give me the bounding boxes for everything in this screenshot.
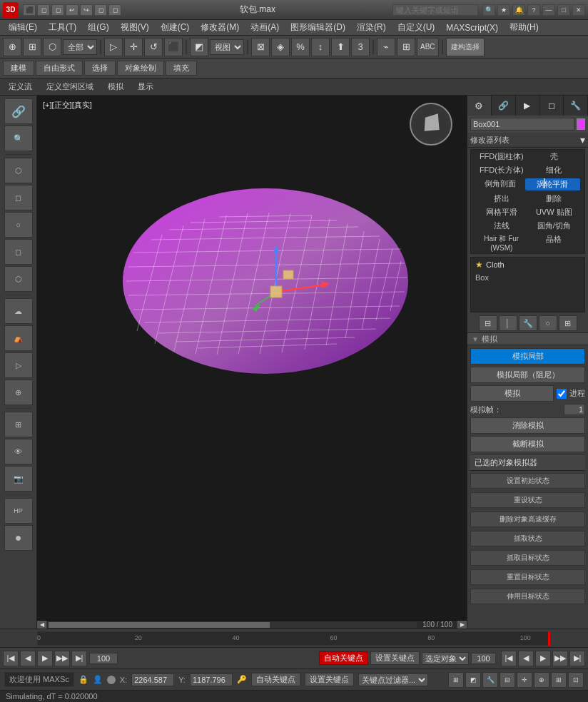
mod-icon-pin[interactable]: ⊟: [479, 315, 497, 331]
filter-select[interactable]: 关键点过滤器...: [358, 673, 428, 686]
auto-key-btn2[interactable]: 自动关键点: [251, 673, 300, 686]
nav-circle[interactable]: [410, 103, 452, 146]
tool-region[interactable]: ⬡: [43, 38, 61, 56]
scroll-right[interactable]: ▶: [457, 621, 467, 629]
frame-number-input[interactable]: [471, 653, 496, 664]
x-coord-input[interactable]: [131, 673, 174, 686]
ls-dot[interactable]: ●: [4, 525, 33, 551]
status-icon-3[interactable]: 🔧: [482, 672, 498, 688]
tool-percent[interactable]: %: [291, 38, 310, 56]
tab-freeform[interactable]: 自由形式: [36, 61, 83, 76]
status-icon-6[interactable]: ⊕: [534, 672, 549, 688]
tool-up[interactable]: ⬆: [331, 38, 350, 56]
menu-modifier[interactable]: 修改器(M): [195, 20, 245, 35]
star-icon[interactable]: ★: [497, 4, 510, 16]
panel-tab-motion[interactable]: ▶: [516, 96, 540, 116]
ls-hex[interactable]: ⬡: [4, 266, 33, 292]
panel-tab-modify[interactable]: ⚙: [467, 96, 492, 116]
tool-scale[interactable]: ⬛: [164, 38, 183, 56]
minimize-icon[interactable]: —: [542, 4, 555, 16]
tab-modeling[interactable]: 建模: [3, 61, 34, 76]
view-select[interactable]: 全部: [63, 39, 97, 55]
viewport-scrollbar[interactable]: ◀ 100 / 100 ▶: [37, 620, 467, 629]
nav-play2[interactable]: ▶: [535, 651, 551, 666]
ls-hp[interactable]: HP: [4, 498, 33, 524]
y-coord-input[interactable]: [190, 673, 233, 686]
sim-btn-local-damping[interactable]: 模拟局部（阻尼）: [470, 367, 585, 383]
pb-prev-key[interactable]: ◀: [20, 651, 36, 666]
playback-frame-input[interactable]: [89, 653, 118, 664]
sim-frames-input[interactable]: [564, 404, 585, 415]
tab-select[interactable]: 选择: [84, 61, 116, 76]
close-icon[interactable]: ✕: [572, 4, 585, 16]
menu-animation[interactable]: 动画(A): [245, 20, 285, 35]
tab-paint[interactable]: 对象绘制: [117, 61, 164, 76]
obj-btn-grab-target[interactable]: 抓取目标状态: [470, 550, 585, 566]
auto-key-btn[interactable]: 自动关键点: [319, 651, 368, 665]
ls-grid[interactable]: ⊞: [4, 412, 33, 437]
status-icon-8[interactable]: ⊡: [568, 672, 584, 688]
ls-link[interactable]: 🔗: [4, 98, 33, 124]
viewport-nav[interactable]: [410, 103, 452, 146]
title-btn-undo[interactable]: ↩: [66, 4, 78, 16]
mod-icon-grid[interactable]: ⊞: [559, 315, 577, 331]
sim-btn-cut[interactable]: 截断模拟: [470, 436, 585, 452]
subtab-simulate[interactable]: 模拟: [102, 81, 129, 93]
tool-abc[interactable]: ABC: [417, 38, 439, 56]
ls-cloud[interactable]: ☁: [4, 298, 33, 324]
title-btn-redo[interactable]: ↪: [80, 4, 93, 16]
sim-btn-local[interactable]: 模拟局部: [470, 348, 585, 365]
ls-rect[interactable]: ◻: [4, 239, 33, 265]
ls-tent[interactable]: ⛺: [4, 325, 33, 351]
pb-next-key[interactable]: ▶▶: [54, 651, 70, 666]
set-key-btn[interactable]: 设置关键点: [370, 651, 420, 665]
search-icon[interactable]: 🔍: [482, 4, 495, 16]
maximize-icon[interactable]: □: [557, 4, 570, 16]
modifier-row-ffd-cyl[interactable]: FFD(圆柱体) 壳: [471, 150, 584, 163]
panel-tab-hierarchy[interactable]: 🔗: [492, 96, 516, 116]
tool-mirror[interactable]: ⌁: [377, 38, 395, 56]
view-mode-select[interactable]: 视图: [210, 39, 244, 55]
build-select-btn[interactable]: 建构选择: [446, 38, 485, 56]
modifier-dropdown-arrow[interactable]: ▾: [580, 134, 585, 146]
menu-custom[interactable]: 自定义(U): [392, 20, 441, 35]
nav-end[interactable]: ▶|: [569, 651, 585, 666]
tool-angle[interactable]: ◈: [271, 38, 290, 56]
select-mode-select[interactable]: 选定对象: [422, 652, 469, 665]
set-key-btn2[interactable]: 设置关键点: [305, 673, 354, 686]
object-color-swatch[interactable]: [577, 118, 585, 130]
subtab-defineidle[interactable]: 定义空闲区域: [41, 81, 99, 93]
sim-btn-cancel[interactable]: 消除模拟: [470, 417, 585, 434]
nav-next[interactable]: ▶▶: [552, 651, 568, 666]
nav-start[interactable]: |◀: [501, 651, 517, 666]
menu-render[interactable]: 渲染(R): [351, 20, 392, 35]
menu-help[interactable]: 帮助(H): [504, 20, 544, 35]
mod-icon-circle[interactable]: ○: [539, 315, 557, 331]
obj-btn-use-target[interactable]: 伸用目标状态: [470, 589, 585, 604]
menu-tools[interactable]: 工具(T): [43, 20, 82, 35]
bell-icon[interactable]: 🔔: [512, 4, 525, 16]
menu-maxscript[interactable]: MAXScript(X): [440, 21, 504, 34]
ls-eye[interactable]: 👁: [4, 439, 33, 464]
pb-start[interactable]: |◀: [3, 651, 19, 666]
title-btn-2[interactable]: ◻: [37, 4, 50, 16]
ls-circle[interactable]: ○: [4, 212, 33, 238]
scroll-track[interactable]: [49, 622, 417, 628]
title-btn-3[interactable]: ◻: [51, 4, 64, 16]
modifier-row-meshsmooth[interactable]: 网格平滑 UVW 贴图: [471, 205, 584, 219]
panel-tab-display[interactable]: ◻: [539, 96, 564, 116]
panel-tab-util[interactable]: 🔧: [564, 96, 588, 116]
ls-cube[interactable]: ◻: [4, 185, 33, 210]
obj-btn-delete-cache[interactable]: 删除对象高速缓存: [470, 512, 585, 527]
status-icon-7[interactable]: ⊞: [551, 672, 567, 688]
timeline-track[interactable]: 0 20 40 60 80 100: [37, 631, 551, 646]
cloth-item[interactable]: ★ Cloth: [471, 258, 584, 272]
tool-select[interactable]: ⊕: [3, 38, 21, 56]
modifier-row-extrude[interactable]: 挤出 删除: [471, 192, 584, 205]
status-icon-2[interactable]: ◩: [465, 672, 481, 688]
ls-shape[interactable]: ⬡: [4, 158, 33, 183]
nav-prev[interactable]: ◀: [518, 651, 534, 666]
modifier-row-normal[interactable]: 法线 圆角/切角: [471, 219, 584, 233]
mod-icon-wrench[interactable]: 🔧: [519, 315, 537, 331]
ls-arrow[interactable]: ▷: [4, 352, 33, 378]
